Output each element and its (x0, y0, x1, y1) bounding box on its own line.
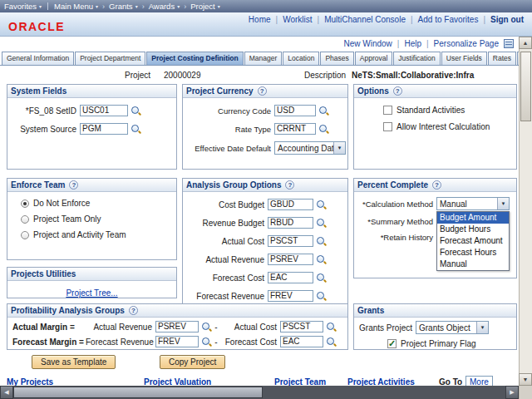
actual-cost-label: Actual Cost (185, 237, 268, 246)
divider (397, 39, 400, 48)
groupbox-header: Analysis Group Options (183, 179, 347, 192)
actual-revenue-input[interactable]: PSREV (268, 254, 313, 265)
favorites-menu[interactable]: Favorites ▾ (4, 2, 42, 11)
help-icon[interactable] (258, 86, 267, 96)
standard-activities-checkbox[interactable] (383, 106, 392, 115)
effective-date-default-select[interactable]: Accounting Date ▼ (274, 141, 346, 155)
copy-project-button[interactable]: Copy Project (160, 355, 225, 369)
scroll-right-button[interactable]: ▶ (505, 386, 519, 399)
cost-budget-input[interactable]: GBUD (268, 199, 313, 210)
divider (483, 15, 485, 24)
revenue-budget-input[interactable]: RBUD (268, 217, 313, 229)
groupbox-header: Options (354, 85, 516, 98)
project-primary-flag-checkbox[interactable] (387, 339, 397, 348)
sign-out-link[interactable]: Sign out (490, 15, 524, 24)
help-icon[interactable] (129, 306, 138, 315)
grants-groupbox: Grants Grants Project Grants Object ▼ Pr… (353, 303, 517, 350)
grants-project-select[interactable]: Grants Object ▼ (416, 321, 489, 334)
personalize-page-link[interactable]: Personalize Page (434, 39, 499, 48)
save-as-template-button[interactable]: Save as Template (32, 355, 116, 369)
rate-type-input[interactable]: CRRNT (274, 123, 316, 135)
scroll-up-button[interactable]: ▲ (519, 37, 532, 49)
dropdown-option-forecast-hours[interactable]: Forecast Hours (437, 247, 509, 259)
tab-location[interactable]: Location (283, 52, 319, 66)
lookup-icon[interactable] (201, 337, 212, 347)
vertical-scrollbar: ▲ ▼ (519, 37, 532, 386)
actual-revenue-input[interactable]: PSREV (155, 321, 199, 332)
lookup-icon[interactable] (131, 106, 141, 116)
lookup-icon[interactable] (201, 322, 212, 332)
personalize-layout-icon[interactable] (504, 39, 514, 48)
scroll-down-button[interactable]: ▼ (519, 373, 532, 386)
project-tree-link[interactable]: Project Tree... (66, 288, 117, 298)
lookup-icon[interactable] (131, 124, 141, 135)
dropdown-option-budget-hours[interactable]: Budget Hours (437, 224, 509, 235)
actual-revenue-label: Actual Revenue (185, 255, 268, 264)
lookup-icon[interactable] (318, 106, 329, 116)
tab-manager[interactable]: Manager (244, 52, 283, 66)
lookup-icon[interactable] (316, 218, 327, 229)
chevron-down-icon: ▾ (218, 3, 220, 9)
currency-code-input[interactable]: USD (274, 105, 316, 116)
standard-activities-label: Standard Activities (397, 106, 465, 115)
help-icon[interactable] (432, 180, 441, 190)
description-label: Description (304, 71, 346, 80)
forecast-revenue-input[interactable]: FREV (268, 290, 313, 302)
chevron-down-icon: ▾ (39, 3, 42, 9)
tab-phases[interactable]: Phases (320, 52, 353, 66)
lookup-icon[interactable] (316, 273, 327, 283)
do-not-enforce-radio[interactable] (21, 200, 29, 208)
worklist-link[interactable]: Worklist (283, 15, 312, 24)
system-fields-groupbox: System Fields *FS_08 SetID USC01 System … (7, 84, 177, 170)
divider (47, 2, 48, 10)
chevron-down-icon: ▾ (96, 3, 98, 9)
tab-user-fields[interactable]: User Fields (441, 52, 487, 66)
allow-interest-calculation-checkbox[interactable] (383, 122, 392, 131)
forecast-cost-input[interactable]: EAC (280, 336, 323, 347)
tab-rates[interactable]: Rates (488, 52, 516, 66)
breadcrumb-grants[interactable]: Grants ▾ (109, 2, 138, 11)
vertical-scrollbar-thumb[interactable] (520, 52, 531, 121)
lookup-icon[interactable] (318, 124, 329, 135)
project-team-only-radio[interactable] (21, 215, 29, 224)
actual-cost-input[interactable]: PSCST (268, 235, 313, 247)
lookup-icon[interactable] (316, 200, 327, 210)
breadcrumb-project[interactable]: Project ▾ (190, 2, 220, 11)
forecast-cost-label: Forecast Cost (220, 337, 280, 347)
tab-general-information[interactable]: General Information (2, 52, 74, 66)
tab-project-costing-definition[interactable]: Project Costing Definition (146, 52, 243, 66)
lookup-icon[interactable] (326, 337, 337, 347)
forecast-revenue-input[interactable]: FREV (155, 336, 199, 347)
dropdown-option-budget-amount[interactable]: Budget Amount (437, 212, 509, 224)
tab-project-department[interactable]: Project Department (75, 52, 145, 66)
lookup-icon[interactable] (316, 236, 327, 247)
horizontal-scrollbar-thumb[interactable] (13, 387, 263, 398)
tab-bar: General InformationProject DepartmentPro… (2, 51, 519, 66)
help-link[interactable]: Help (404, 39, 421, 48)
system-source-input[interactable]: PGM (80, 123, 128, 135)
help-icon[interactable] (285, 180, 294, 190)
breadcrumb-main-menu[interactable]: Main Menu ▾ (54, 2, 98, 11)
calculation-method-select[interactable]: Manual ▼ (436, 197, 510, 210)
home-link[interactable]: Home (249, 15, 271, 24)
section-title: Percent Complete (357, 180, 428, 190)
lookup-icon[interactable] (326, 322, 337, 332)
scroll-left-button[interactable]: ◀ (0, 386, 13, 399)
help-icon[interactable] (69, 180, 78, 190)
project-and-activity-team-radio[interactable] (21, 231, 29, 239)
lookup-icon[interactable] (316, 254, 327, 265)
breadcrumb-awards[interactable]: Awards ▾ (149, 2, 180, 11)
help-icon[interactable] (393, 86, 402, 96)
tab-justification[interactable]: Justification (393, 52, 440, 66)
actual-cost-input[interactable]: PSCST (280, 321, 323, 332)
setid-input[interactable]: USC01 (80, 105, 128, 116)
new-window-link[interactable]: New Window (343, 39, 392, 48)
description-value: NeTS:Small:Collaborative:Infra (352, 71, 474, 80)
add-to-favorites-link[interactable]: Add to Favorites (418, 15, 479, 24)
forecast-cost-input[interactable]: EAC (268, 272, 313, 283)
multichannel-console-link[interactable]: MultiChannel Console (324, 15, 406, 24)
tab-approval[interactable]: Approval (355, 52, 393, 66)
dropdown-option-manual[interactable]: Manual (437, 259, 509, 270)
dropdown-option-forecast-amount[interactable]: Forecast Amount (437, 235, 509, 247)
lookup-icon[interactable] (316, 291, 327, 302)
